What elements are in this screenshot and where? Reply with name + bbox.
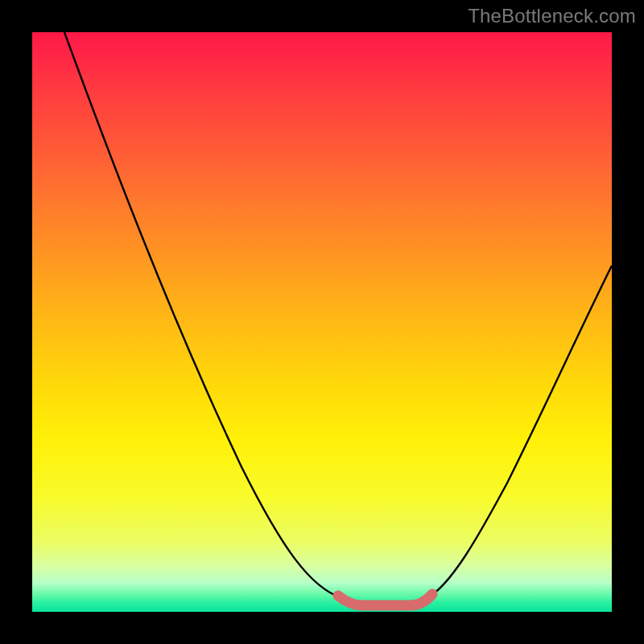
- watermark-text: TheBottleneck.com: [468, 5, 636, 27]
- bottleneck-gradient: [32, 32, 612, 612]
- chart-frame: TheBottleneck.com: [0, 0, 644, 644]
- plot-area: [32, 32, 612, 612]
